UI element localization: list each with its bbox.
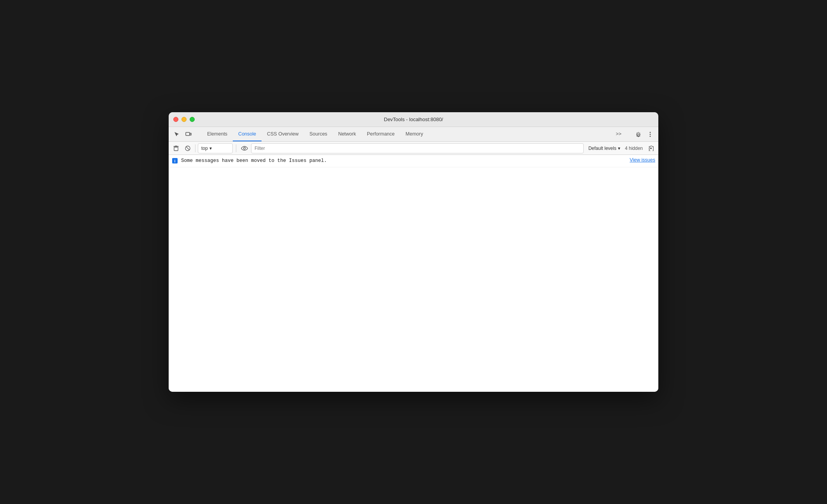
svg-point-2 — [650, 132, 651, 133]
info-icon: i — [172, 158, 178, 164]
console-toolbar: top ▾ Default levels ▾ 4 hidden — [169, 142, 658, 155]
clear-console-btn[interactable] — [171, 143, 181, 153]
svg-point-3 — [650, 134, 651, 135]
window-title: DevTools - localhost:8080/ — [384, 116, 443, 122]
svg-text:i: i — [174, 159, 176, 163]
console-settings-btn[interactable] — [646, 143, 656, 153]
live-expressions-btn[interactable] — [239, 143, 249, 153]
inspect-icon[interactable] — [172, 129, 182, 139]
maximize-button[interactable] — [190, 117, 195, 122]
svg-point-4 — [650, 136, 651, 137]
console-message-row: i Some messages have been moved to the I… — [169, 155, 658, 167]
levels-label: Default levels — [588, 146, 616, 151]
context-arrow: ▾ — [209, 146, 212, 151]
levels-select[interactable]: Default levels ▾ — [585, 143, 623, 153]
more-options-icon[interactable] — [645, 129, 655, 139]
traffic-lights — [173, 117, 195, 122]
toolbar-divider-1 — [195, 144, 195, 152]
devtools-window: DevTools - localhost:8080/ Elements — [169, 112, 658, 392]
minimize-button[interactable] — [181, 117, 187, 122]
title-bar: DevTools - localhost:8080/ — [169, 112, 658, 127]
tab-sources[interactable]: Sources — [304, 127, 333, 141]
tab-bar-left-icons — [172, 127, 202, 141]
levels-arrow: ▾ — [618, 146, 620, 151]
tabs-list: Elements Console CSS Overview Sources Ne… — [202, 127, 429, 141]
svg-point-6 — [244, 147, 246, 149]
tab-memory[interactable]: Memory — [400, 127, 429, 141]
console-message-text: Some messages have been moved to the Iss… — [181, 157, 626, 165]
close-button[interactable] — [173, 117, 178, 122]
hidden-count: 4 hidden — [625, 146, 643, 151]
device-toggle-icon[interactable] — [183, 129, 194, 139]
context-select[interactable]: top ▾ — [198, 143, 233, 153]
tab-performance[interactable]: Performance — [361, 127, 400, 141]
tab-bar-right: >> — [610, 127, 658, 141]
view-issues-link[interactable]: View issues — [630, 157, 655, 163]
tab-network[interactable]: Network — [333, 127, 361, 141]
tab-console[interactable]: Console — [233, 127, 262, 141]
more-tabs-button[interactable]: >> — [610, 131, 627, 137]
tab-bar: Elements Console CSS Overview Sources Ne… — [169, 127, 658, 142]
svg-rect-0 — [186, 132, 190, 136]
tab-elements[interactable]: Elements — [202, 127, 233, 141]
svg-rect-1 — [190, 133, 191, 135]
stop-messages-btn[interactable] — [183, 143, 193, 153]
toolbar-right: 4 hidden — [625, 143, 656, 153]
filter-divider — [236, 144, 236, 152]
filter-input[interactable] — [251, 143, 584, 153]
console-content: i Some messages have been moved to the I… — [169, 155, 658, 392]
settings-icon[interactable] — [633, 129, 644, 139]
context-value: top — [201, 146, 208, 151]
tab-css-overview[interactable]: CSS Overview — [262, 127, 304, 141]
